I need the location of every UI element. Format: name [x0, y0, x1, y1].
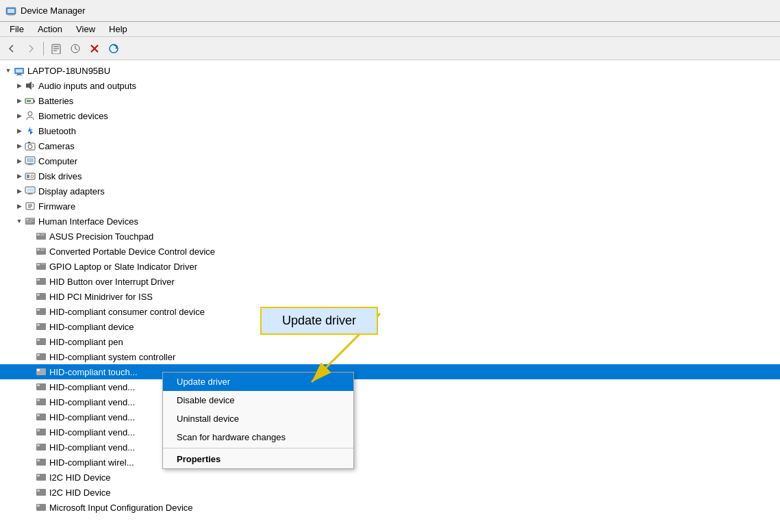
svg-rect-66 [37, 339, 40, 341]
menu-view[interactable]: View [69, 23, 102, 36]
tree-hid-gpio[interactable]: GPIO Laptop or Slate Indicator Driver [0, 259, 780, 274]
tree-root[interactable]: LAPTOP-18UN95BU [0, 63, 780, 78]
tree-bluetooth[interactable]: Bluetooth [0, 123, 780, 138]
context-menu-uninstall-device[interactable]: Uninstall device [163, 409, 353, 428]
hid-wireless-label: HID-compliant wirel... [49, 457, 134, 468]
uninstall-icon [89, 43, 100, 54]
tree-hid-vend2[interactable]: HID-compliant vend... [0, 394, 780, 409]
context-menu-properties[interactable]: Properties [163, 450, 353, 468]
svg-rect-47 [37, 233, 40, 236]
svg-rect-84 [37, 474, 40, 477]
hid-vend3-icon [36, 411, 47, 422]
bluetooth-icon [25, 125, 36, 136]
hid-sysctrl-label: HID-compliant system controller [49, 352, 175, 362]
computer-label: Computer [38, 156, 77, 166]
svg-rect-72 [37, 384, 40, 386]
context-menu-update-driver[interactable]: Update driver [163, 372, 353, 391]
menu-file[interactable]: File [3, 23, 31, 36]
toolbar [0, 37, 780, 60]
tree-hid-ms-input[interactable]: Microsoft Input Configuration Device [0, 500, 780, 515]
svg-rect-33 [27, 188, 34, 192]
svg-rect-48 [40, 233, 45, 234]
uninstall-button[interactable] [86, 40, 103, 58]
hid-vend3-label: HID-compliant vend... [49, 412, 135, 422]
svg-rect-27 [28, 164, 32, 165]
tree-biometric[interactable]: Biometric devices [0, 108, 780, 123]
tree-disk[interactable]: Disk drives [0, 168, 780, 183]
app-icon [5, 5, 16, 16]
scan-icon [108, 43, 119, 54]
hid-i2c1-icon [36, 472, 47, 483]
svg-rect-20 [27, 100, 31, 102]
svg-point-23 [28, 144, 32, 149]
menu-bar: File Action View Help [0, 22, 780, 37]
tree-hid-pen[interactable]: HID-compliant pen [0, 334, 780, 349]
svg-point-21 [28, 112, 32, 116]
hid-ms-icon [36, 502, 47, 513]
biometric-label: Biometric devices [38, 111, 108, 121]
properties-icon [51, 43, 62, 54]
tree-hid-pci[interactable]: HID PCI Minidriver for ISS [0, 289, 780, 304]
tree-hid-consumer[interactable]: HID-compliant consumer control device [0, 304, 780, 319]
tree-hid-i2c2[interactable]: I2C HID Device [0, 485, 780, 500]
svg-rect-45 [26, 223, 32, 223]
tree-hid-converted[interactable]: Converted Portable Device Control device [0, 244, 780, 259]
context-menu-disable-device[interactable]: Disable device [163, 391, 353, 409]
batteries-icon [25, 95, 36, 106]
title-bar: Device Manager [0, 0, 780, 22]
firmware-icon [25, 201, 36, 212]
tree-hid-asus[interactable]: ASUS Precision Touchpad [0, 229, 780, 244]
tree-audio[interactable]: Audio inputs and outputs [0, 78, 780, 93]
svg-rect-58 [37, 279, 40, 281]
hid-vend5-label: HID-compliant vend... [49, 442, 135, 453]
back-button[interactable] [3, 40, 21, 58]
svg-rect-4 [52, 45, 60, 54]
tree-firmware[interactable]: Firmware [0, 199, 780, 214]
svg-rect-86 [37, 490, 40, 492]
bluetooth-label: Bluetooth [38, 126, 76, 136]
tree-hid-touch[interactable]: HID-compliant touch... [0, 364, 780, 379]
computer-icon [25, 155, 36, 166]
tree-hid-sysctrl[interactable]: HID-compliant system controller [0, 349, 780, 364]
svg-point-31 [31, 175, 34, 178]
update-driver-toolbar-button[interactable] [66, 40, 84, 58]
bluetooth-expand [14, 125, 25, 136]
tree-hid-i2c1[interactable]: I2C HID Device [0, 470, 780, 485]
scan-button[interactable] [105, 40, 123, 58]
tree-computer[interactable]: Computer [0, 153, 780, 168]
tree-hid-button[interactable]: HID Button over Interrupt Driver [0, 274, 780, 289]
menu-help[interactable]: Help [102, 23, 134, 36]
forward-button[interactable] [22, 40, 40, 58]
svg-rect-74 [37, 399, 40, 401]
svg-rect-35 [27, 194, 33, 195]
menu-action[interactable]: Action [31, 23, 69, 36]
hid-touch-icon [36, 366, 47, 377]
svg-rect-80 [37, 444, 40, 446]
hid-asus-label: ASUS Precision Touchpad [49, 231, 153, 242]
tree-hid-vend5[interactable]: HID-compliant vend... [0, 440, 780, 455]
svg-rect-49 [40, 235, 44, 236]
disk-label: Disk drives [38, 171, 82, 181]
tree-hid-wireless[interactable]: HID-compliant wirel... [0, 455, 780, 470]
tree-display[interactable]: Display adapters [0, 183, 780, 199]
svg-rect-51 [37, 249, 40, 251]
context-menu-scan-hardware[interactable]: Scan for hardware changes [163, 428, 353, 446]
hid-i2c1-label: I2C HID Device [49, 472, 111, 483]
tree-hid[interactable]: Human Interface Devices [0, 214, 780, 229]
svg-rect-43 [29, 220, 33, 220]
tree-cameras[interactable]: Cameras [0, 138, 780, 153]
tree-hid-device1[interactable]: HID-compliant device [0, 319, 780, 334]
callout-update-driver-button[interactable]: Update driver [260, 307, 378, 335]
properties-button[interactable] [47, 40, 65, 58]
hid-touch-label: HID-compliant touch... [49, 367, 138, 377]
display-label: Display adapters [38, 186, 105, 197]
tree-batteries[interactable]: Batteries [0, 93, 780, 108]
svg-rect-1 [8, 9, 14, 13]
tree-hid-vend1[interactable]: HID-compliant vend... [0, 379, 780, 394]
svg-marker-17 [26, 81, 32, 90]
tree-hid-vend4[interactable]: HID-compliant vend... [0, 425, 780, 440]
tree-hid-vend3[interactable]: HID-compliant vend... [0, 409, 780, 425]
audio-expand [14, 80, 25, 91]
batteries-label: Batteries [38, 96, 73, 106]
hid-wireless-icon [36, 457, 47, 468]
